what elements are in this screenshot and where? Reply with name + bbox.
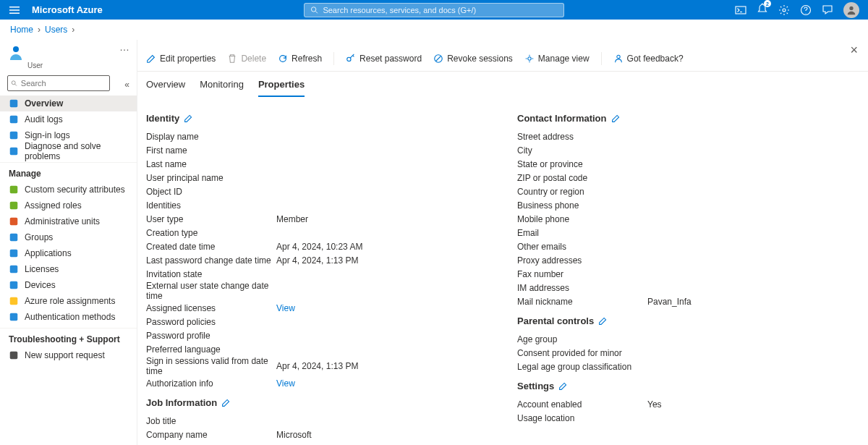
field-label: Assigned licenses [146,303,276,313]
sidebar-item-label: Custom security attributes [25,185,125,195]
notification-badge: 2 [764,0,771,7]
global-search[interactable] [304,3,564,17]
help-icon[interactable] [800,4,812,16]
sidebar-item-label: Groups [25,232,53,242]
field-row: ZIP or postal code [517,171,859,185]
sidebar-item-licenses[interactable]: Licenses [0,261,137,277]
svg-point-5 [849,6,853,9]
cloud-shell-icon[interactable] [735,4,746,16]
sidebar-item-label: Applications [25,248,72,258]
section-contact: Contact Information [517,113,859,124]
pencil-icon [146,54,156,64]
field-label: Sign in sessions valid from date time [146,356,276,376]
field-label: Proxy addresses [517,255,647,266]
reset-password-button[interactable]: Reset password [346,54,422,64]
feedback-button[interactable]: Got feedback? [613,54,684,64]
feedback-icon[interactable] [822,4,833,16]
sidebar-item-custom-security-attributes[interactable]: Custom security attributes [0,182,137,198]
global-search-input[interactable] [323,6,558,14]
apps-icon [9,248,19,258]
field-row: Mail nicknamePavan_Infa [517,294,859,308]
more-button[interactable]: … [119,41,129,53]
field-label: IM addresses [517,283,647,293]
refresh-button[interactable]: Refresh [278,54,322,64]
sidebar-item-new-support-request[interactable]: New support request [0,347,137,363]
sidebar-item-administrative-units[interactable]: Administrative units [0,213,137,229]
svg-point-27 [616,55,619,58]
revoke-sessions-button[interactable]: Revoke sessions [433,54,513,64]
field-value[interactable]: View [276,303,488,313]
field-value: Pavan_Infa [647,297,859,307]
field-label: Preferred language [146,344,276,355]
sidebar-item-label: Licenses [25,264,59,274]
section-identity: Identity [146,113,488,124]
field-row: Created date timeApr 4, 2024, 10:23 AM [146,240,488,253]
svg-rect-13 [10,186,18,194]
field-label: Mail nickname [517,297,647,307]
sidebar-item-applications[interactable]: Applications [0,245,137,261]
field-row: User typeMember [146,212,488,226]
close-button[interactable]: × [850,43,858,58]
svg-rect-12 [10,148,18,156]
tab-monitoring[interactable]: Monitoring [200,76,244,97]
breadcrumb-home[interactable]: Home [10,25,33,35]
search-icon [11,80,18,88]
sidebar-search-input[interactable] [21,79,106,88]
sidebar-item-devices[interactable]: Devices [0,277,137,293]
field-label: ZIP or postal code [517,173,647,183]
sidebar-item-azure-role-assignments[interactable]: Azure role assignments [0,293,137,309]
sidebar-item-label: Diagnose and solve problems [25,141,128,161]
field-label: Last name [146,159,276,169]
sidebar-search[interactable] [7,75,110,91]
sidebar-item-authentication-methods[interactable]: Authentication methods [0,309,137,325]
field-row: Display name [146,130,488,143]
field-label: Street address [517,132,647,142]
field-label: Invitation state [146,269,276,279]
right-column: Contact Information Street addressCitySt… [517,106,859,441]
pencil-icon[interactable] [558,381,568,391]
manage-view-button[interactable]: Manage view [524,54,590,64]
field-label: Age group [517,334,647,344]
field-label: City [517,145,647,156]
field-row: Assigned licensesView [146,301,488,315]
preview-icon [9,98,19,109]
pencil-icon[interactable] [611,114,621,123]
menu-button[interactable] [0,4,29,16]
field-label: Usage location [517,413,647,423]
field-label: Legal age group classification [517,362,647,372]
pencil-icon[interactable] [221,398,231,407]
field-row: Invitation state [146,267,488,281]
delete-button[interactable]: Delete [227,54,266,64]
left-pane: … User « OverviewAudit logsSign-in logsD… [0,40,137,445]
sidebar-item-audit-logs[interactable]: Audit logs [0,111,137,127]
field-label: Account enabled [517,399,647,410]
gear-icon[interactable] [778,4,790,16]
pencil-icon[interactable] [184,114,193,123]
field-label: Mobile phone [517,214,647,224]
field-row: Last name [146,157,488,171]
field-row: Sign in sessions valid from date timeApr… [146,356,488,376]
field-label: Creation type [146,228,276,238]
avatar[interactable] [843,2,859,18]
nav-section-manage: Manage [0,162,137,182]
notifications-button[interactable]: 2 [757,3,768,17]
scroll-area[interactable]: Identity Display nameFirst nameLast name… [137,97,868,445]
field-label: Country or region [517,187,647,197]
collapse-button[interactable]: « [117,80,137,90]
pencil-icon[interactable] [598,316,608,326]
field-value[interactable]: View [276,378,488,389]
svg-rect-20 [10,297,18,305]
user-header: … [0,40,137,66]
field-row: Email [517,226,859,240]
field-row: Object ID [146,185,488,198]
sidebar-item-label: Audit logs [25,114,63,124]
sidebar-item-assigned-roles[interactable]: Assigned roles [0,198,137,213]
content: × Edit properties Delete Refresh Reset p… [137,40,868,445]
sidebar-item-groups[interactable]: Groups [0,229,137,245]
tab-overview[interactable]: Overview [146,76,185,97]
sidebar-item-diagnose-and-solve-problems[interactable]: Diagnose and solve problems [0,143,137,159]
tab-properties[interactable]: Properties [258,76,305,97]
breadcrumb-users[interactable]: Users [45,25,67,35]
sidebar-item-overview[interactable]: Overview [0,96,137,111]
edit-properties-button[interactable]: Edit properties [146,54,216,64]
